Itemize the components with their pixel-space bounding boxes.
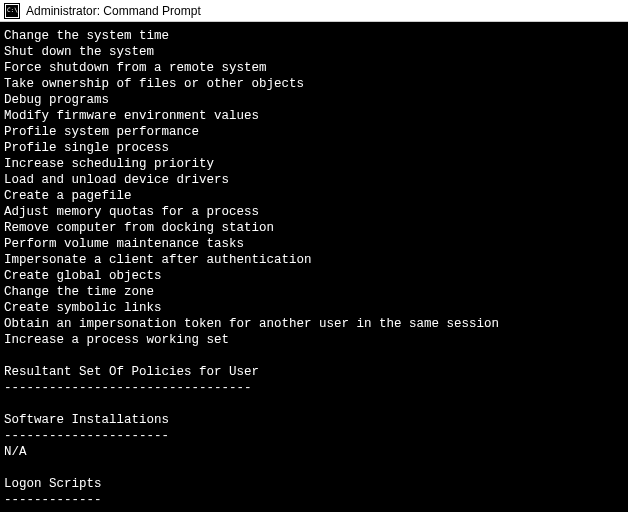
svg-text:C:\: C:\	[7, 6, 18, 13]
section-divider: ---------------------------------	[4, 380, 624, 396]
blank-line	[4, 348, 624, 364]
titlebar[interactable]: C:\ Administrator: Command Prompt	[0, 0, 628, 22]
privilege-line: Force shutdown from a remote system	[4, 60, 624, 76]
software-installations-value: N/A	[4, 444, 624, 460]
privilege-line: Create a pagefile	[4, 188, 624, 204]
privilege-line: Adjust memory quotas for a process	[4, 204, 624, 220]
privilege-line: Perform volume maintenance tasks	[4, 236, 624, 252]
privilege-line: Increase scheduling priority	[4, 156, 624, 172]
privilege-line: Debug programs	[4, 92, 624, 108]
privilege-line: Increase a process working set	[4, 332, 624, 348]
privilege-line: Take ownership of files or other objects	[4, 76, 624, 92]
privilege-line: Obtain an impersonation token for anothe…	[4, 316, 624, 332]
software-installations-label: Software Installations	[4, 412, 624, 428]
command-prompt-window: C:\ Administrator: Command Prompt Change…	[0, 0, 628, 512]
terminal-output[interactable]: Change the system time Shut down the sys…	[0, 22, 628, 512]
privilege-line: Profile single process	[4, 140, 624, 156]
blank-line	[4, 460, 624, 476]
section-header: Resultant Set Of Policies for User	[4, 364, 624, 380]
logon-scripts-label: Logon Scripts	[4, 476, 624, 492]
privilege-line: Create symbolic links	[4, 300, 624, 316]
command-prompt-icon: C:\	[4, 3, 20, 19]
privilege-line: Change the time zone	[4, 284, 624, 300]
privilege-line: Change the system time	[4, 28, 624, 44]
privilege-line: Remove computer from docking station	[4, 220, 624, 236]
privilege-line: Shut down the system	[4, 44, 624, 60]
window-title: Administrator: Command Prompt	[26, 4, 201, 18]
privilege-line: Modify firmware environment values	[4, 108, 624, 124]
privilege-line: Profile system performance	[4, 124, 624, 140]
software-installations-divider: ----------------------	[4, 428, 624, 444]
privilege-line: Impersonate a client after authenticatio…	[4, 252, 624, 268]
blank-line	[4, 396, 624, 412]
privilege-line: Create global objects	[4, 268, 624, 284]
privilege-line: Load and unload device drivers	[4, 172, 624, 188]
logon-scripts-divider: -------------	[4, 492, 624, 508]
